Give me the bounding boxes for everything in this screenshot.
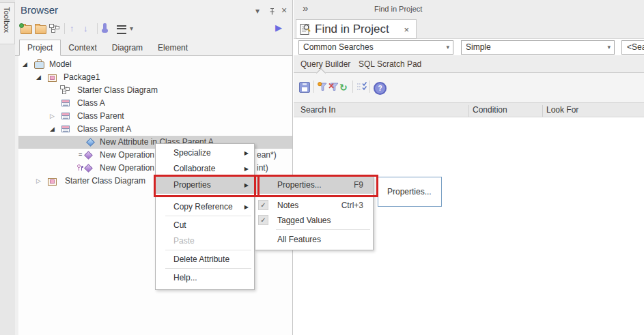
- class-icon: [61, 126, 70, 132]
- browser-tab-bar: Project Context Diagram Element: [15, 38, 292, 56]
- toolbar-separator: [64, 23, 65, 34]
- toolbar-separator: [352, 81, 353, 93]
- browser-toolbar: ↑ ↓ ▾ ▶: [15, 19, 292, 38]
- tab-element[interactable]: Element: [150, 40, 195, 55]
- column-divider[interactable]: [468, 105, 469, 117]
- expander-icon[interactable]: ◢: [36, 71, 41, 84]
- app-window: Toolbox Browser ▾ × ↑ ↓ ▾ ▶ Projec: [0, 0, 644, 335]
- expander-icon[interactable]: ▷: [36, 175, 41, 188]
- submenu-arrow-icon: ▶: [244, 177, 249, 194]
- properties-tooltip: Properties...: [378, 177, 442, 207]
- toolbar-separator: [369, 81, 370, 93]
- pointer-icon[interactable]: [103, 23, 107, 30]
- submenu-item-properties[interactable]: Properties... F9: [255, 177, 373, 194]
- tree-item-label: Class A: [77, 97, 105, 110]
- tab-find-in-project[interactable]: Find in Project ×: [296, 19, 417, 39]
- up-arrow-icon[interactable]: ↑: [70, 23, 74, 33]
- panel-header-label: Find in Project: [374, 5, 422, 13]
- tree-item-label: Package1: [64, 71, 100, 84]
- tab-context[interactable]: Context: [61, 40, 104, 55]
- attribute-icon: [86, 138, 95, 147]
- column-condition[interactable]: Condition: [473, 105, 507, 115]
- toolbar-separator: [313, 81, 314, 93]
- new-folder-icon[interactable]: [20, 25, 32, 34]
- submenu-arrow-icon: ▶: [244, 161, 249, 177]
- menu-dropdown-icon[interactable]: ▾: [130, 25, 133, 32]
- tab-query-builder[interactable]: Query Builder: [300, 59, 350, 69]
- menu-item-cut[interactable]: Cut: [156, 218, 254, 233]
- tree-item-class-parent-a[interactable]: ◢ Class Parent A: [18, 123, 292, 136]
- menu-icon[interactable]: [117, 25, 126, 34]
- checkbox-checked-icon[interactable]: ✓: [258, 200, 268, 210]
- model-icon: [34, 61, 44, 69]
- operation-key-icon: [77, 164, 83, 171]
- toolbox-strip: Toolbox: [0, 0, 16, 335]
- pin-icon[interactable]: [268, 6, 276, 18]
- close-icon[interactable]: ×: [404, 25, 409, 35]
- chevron-down-icon: ▾: [607, 41, 611, 54]
- search-mode-dropdown[interactable]: Simple ▾: [461, 40, 615, 55]
- tree-item-label-tail: ean*): [257, 149, 277, 162]
- class-icon: [61, 113, 70, 119]
- down-arrow-icon[interactable]: ↓: [83, 23, 88, 33]
- tree-item-label: Model: [49, 58, 72, 71]
- menu-item-collaborate[interactable]: Collaborate ▶: [156, 161, 254, 177]
- checklist-icon[interactable]: [356, 82, 368, 94]
- menu-item-help[interactable]: Help...: [156, 270, 254, 286]
- checkbox-checked-icon[interactable]: ✓: [258, 215, 268, 225]
- expander-icon[interactable]: ◢: [50, 123, 55, 136]
- folder-icon[interactable]: [35, 25, 46, 34]
- submenu-item-notes[interactable]: ✓ Notes Ctrl+3: [255, 198, 373, 213]
- search-term-input[interactable]: <Sea: [621, 40, 644, 55]
- diagram-icon[interactable]: [49, 24, 59, 36]
- query-view-tabs: Query Builder SQL Scratch Pad: [294, 55, 644, 73]
- refresh-icon[interactable]: ↻: [339, 82, 348, 93]
- tree-item-label: Starter Class Diagram: [77, 84, 158, 97]
- tree-item-label: New Operation: [100, 162, 154, 175]
- add-filter-icon[interactable]: [318, 82, 328, 94]
- tree-item-label: Starter Class Diagram: [65, 175, 145, 188]
- menu-item-properties[interactable]: Properties ▶: [156, 177, 254, 194]
- tree-item-model[interactable]: ◢ Model: [18, 58, 292, 71]
- operation-prefix-icon: =: [79, 149, 82, 162]
- browser-title: Browser: [20, 4, 58, 16]
- menu-item-copy-reference[interactable]: Copy Reference ▶: [156, 199, 254, 215]
- help-icon[interactable]: ?: [374, 82, 387, 95]
- menu-item-delete-attribute[interactable]: Delete Attribute: [156, 252, 254, 267]
- tree-item-label-tail: int): [257, 162, 268, 175]
- column-look-for[interactable]: Look For: [546, 105, 578, 115]
- remove-filter-icon[interactable]: [328, 82, 339, 94]
- close-icon[interactable]: ×: [281, 5, 287, 16]
- expander-icon[interactable]: ▷: [50, 110, 55, 123]
- menu-separator: [165, 268, 251, 269]
- search-document-icon: [300, 23, 311, 38]
- tab-sql-scratch-pad[interactable]: SQL Scratch Pad: [359, 59, 421, 69]
- column-divider[interactable]: [542, 105, 543, 117]
- common-searches-dropdown[interactable]: Common Searches ▾: [298, 40, 453, 55]
- submenu-item-tagged-values[interactable]: ✓ Tagged Values: [255, 213, 373, 228]
- submenu-item-all-features[interactable]: All Features: [255, 232, 373, 247]
- menu-separator: [165, 216, 251, 216]
- column-search-in[interactable]: Search In: [300, 105, 335, 115]
- expander-icon[interactable]: ◢: [23, 58, 27, 71]
- save-icon[interactable]: [299, 82, 310, 93]
- tab-project[interactable]: Project: [19, 40, 61, 56]
- shortcut-label: Ctrl+3: [341, 198, 363, 213]
- operation-icon: [84, 151, 93, 160]
- tree-item-class-a[interactable]: Class A: [18, 97, 292, 110]
- tab-diagram[interactable]: Diagram: [104, 40, 150, 55]
- toolbox-tab[interactable]: Toolbox: [0, 2, 15, 44]
- tree-item-label: New Operation: [100, 149, 154, 162]
- tree-item-label: Class Parent: [77, 110, 124, 123]
- tree-item-starter-class-diagram[interactable]: Starter Class Diagram: [18, 84, 292, 97]
- menu-separator: [276, 229, 370, 230]
- tree-item-class-parent[interactable]: ▷ Class Parent: [18, 110, 292, 123]
- menu-item-specialize[interactable]: Specialize ▶: [156, 145, 254, 161]
- expand-chevrons-icon[interactable]: »: [303, 2, 308, 14]
- results-column-header: Search In Condition Look For: [294, 102, 644, 117]
- toolbox-label: Toolbox: [3, 7, 11, 33]
- panel-dropdown-icon[interactable]: ▾: [255, 6, 260, 16]
- find-tab-bar: Find in Project ×: [294, 18, 644, 39]
- tree-item-package1[interactable]: ◢ Package1: [18, 71, 292, 84]
- forward-icon[interactable]: ▶: [275, 23, 282, 33]
